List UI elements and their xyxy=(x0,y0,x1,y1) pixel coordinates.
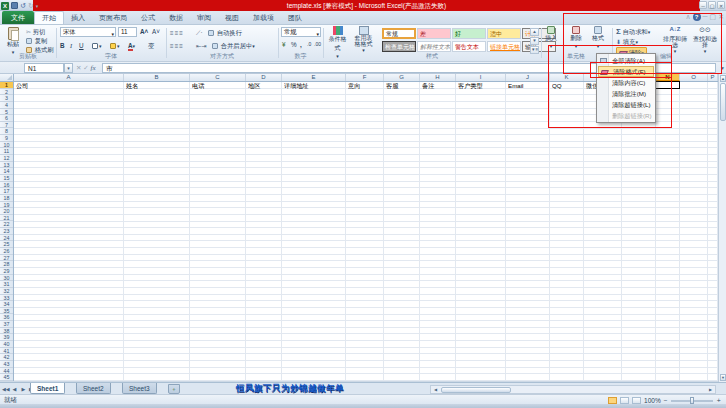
row-header-33[interactable]: 33 xyxy=(0,295,13,302)
cell-K1[interactable]: QQ xyxy=(552,83,583,89)
column-header-C[interactable]: C xyxy=(190,74,246,81)
column-header-P[interactable]: P xyxy=(708,74,718,81)
column-header-N[interactable]: N xyxy=(656,74,680,81)
row-header-13[interactable]: 13 xyxy=(0,162,13,169)
redo-icon[interactable]: ↻ xyxy=(28,1,34,11)
row-header-16[interactable]: 16 xyxy=(0,182,13,189)
ribbon-tab-7[interactable]: 视图 xyxy=(218,12,246,24)
column-header-D[interactable]: D xyxy=(246,74,282,81)
column-header-O[interactable]: O xyxy=(680,74,708,81)
horizontal-scroll-thumb[interactable] xyxy=(441,387,511,393)
sheet-tab-Sheet3[interactable]: Sheet3 xyxy=(122,383,157,394)
number-format-combo[interactable]: 常规 ▾ xyxy=(281,27,321,37)
menu-item-3[interactable]: 清除批注(M) xyxy=(598,88,654,99)
row-header-5[interactable]: 5 xyxy=(0,109,13,116)
column-header-H[interactable]: H xyxy=(420,74,456,81)
qat-dropdown-icon[interactable]: ▾ xyxy=(36,1,39,11)
row-header-21[interactable]: 21 xyxy=(0,215,13,222)
bold-button[interactable]: B xyxy=(60,41,65,50)
row-header-27[interactable]: 27 xyxy=(0,255,13,262)
scroll-up-icon[interactable]: ▲ xyxy=(720,75,726,82)
scroll-left-icon[interactable]: ◀ xyxy=(432,387,439,393)
decrease-decimal-button[interactable]: .00 xyxy=(314,40,321,49)
scroll-right-icon[interactable]: ▶ xyxy=(707,387,714,393)
row-header-34[interactable]: 34 xyxy=(0,301,13,308)
row-header-8[interactable]: 8 xyxy=(0,128,13,135)
workbook-restore-icon[interactable]: ▢ xyxy=(710,12,717,22)
row-header-39[interactable]: 39 xyxy=(0,334,13,341)
row-header-6[interactable]: 6 xyxy=(0,115,13,122)
horizontal-align-icons[interactable]: ≡≡≡ xyxy=(170,41,184,50)
format-cells-button[interactable]: 格式▾ xyxy=(588,26,608,49)
cell-style-warn[interactable]: 警告文本 xyxy=(452,41,486,52)
shrink-font-button[interactable]: A˅ xyxy=(152,27,160,36)
row-header-7[interactable]: 7 xyxy=(0,122,13,129)
orientation-icon[interactable]: ⟋· xyxy=(196,28,203,37)
row-header-10[interactable]: 10 xyxy=(0,142,13,149)
phonetic-guide-button[interactable]: 变 xyxy=(148,41,154,50)
ribbon-tab-2[interactable]: 插入 xyxy=(64,12,92,24)
row-header-31[interactable]: 31 xyxy=(0,281,13,288)
row-header-38[interactable]: 38 xyxy=(0,328,13,335)
font-color-button[interactable]: A▾ xyxy=(128,41,135,51)
collapse-ribbon-icon[interactable]: ∧ xyxy=(685,12,690,22)
name-box-dropdown-icon[interactable]: ▾ xyxy=(64,63,73,73)
row-header-29[interactable]: 29 xyxy=(0,268,13,275)
ribbon-tab-5[interactable]: 数据 xyxy=(162,12,190,24)
row-header-28[interactable]: 28 xyxy=(0,261,13,268)
row-header-18[interactable]: 18 xyxy=(0,195,13,202)
close-button[interactable]: ✕ xyxy=(717,1,725,9)
underline-button[interactable]: U xyxy=(79,41,84,50)
sheet-tab-Sheet2[interactable]: Sheet2 xyxy=(76,383,111,394)
row-header-40[interactable]: 40 xyxy=(0,341,13,348)
font-family-combo[interactable]: 宋体 ▾ xyxy=(60,27,116,37)
row-header-30[interactable]: 30 xyxy=(0,275,13,282)
cell-C1[interactable]: 电话 xyxy=(192,83,245,89)
name-box[interactable]: N1 xyxy=(24,63,64,73)
vertical-scroll-thumb[interactable] xyxy=(720,83,726,121)
row-header-19[interactable]: 19 xyxy=(0,202,13,209)
copy-button[interactable]: 复制 xyxy=(26,36,47,45)
cell-F1[interactable]: 意向 xyxy=(348,83,383,89)
cell-E1[interactable]: 详细地址 xyxy=(284,83,345,89)
cell-style-expl[interactable]: 解释性文本 xyxy=(417,41,451,52)
normal-view-button[interactable] xyxy=(608,397,617,404)
page-break-view-button[interactable] xyxy=(632,397,641,404)
row-header-42[interactable]: 42 xyxy=(0,354,13,361)
cell-style-normal[interactable]: 常规 xyxy=(382,28,416,39)
cell-style-good[interactable]: 好 xyxy=(452,28,486,39)
ribbon-tab-4[interactable]: 公式 xyxy=(134,12,162,24)
page-layout-view-button[interactable] xyxy=(620,397,629,404)
column-header-E[interactable]: E xyxy=(282,74,346,81)
column-header-A[interactable]: A xyxy=(14,74,124,81)
fill-color-button[interactable]: ▾ xyxy=(110,41,120,51)
cell-G1[interactable]: 客服 xyxy=(386,83,419,89)
row-header-25[interactable]: 25 xyxy=(0,241,13,248)
format-as-table-button[interactable]: 套用表格格式▾ xyxy=(352,26,375,53)
gallery-scroll[interactable]: ▲ ▼ ▼≡ xyxy=(530,28,539,54)
vertical-align-icons[interactable]: ≡≡≡ xyxy=(170,28,184,37)
cell-A1[interactable]: 公司 xyxy=(16,83,123,89)
paste-button[interactable]: 粘贴 ▾ xyxy=(2,26,24,54)
row-header-17[interactable]: 17 xyxy=(0,188,13,195)
zoom-out-icon[interactable]: − xyxy=(664,397,668,404)
font-size-combo[interactable]: 11 xyxy=(118,27,137,37)
sort-filter-button[interactable]: A↓Z 排序和筛选▾ xyxy=(662,26,688,54)
cell-D1[interactable]: 地区 xyxy=(248,83,281,89)
workbook-minimize-icon[interactable]: ─ xyxy=(703,12,708,22)
delete-cells-button[interactable]: 删除▾ xyxy=(566,26,586,49)
menu-item-2[interactable]: 清除内容(C) xyxy=(598,77,654,88)
column-header-K[interactable]: K xyxy=(550,74,584,81)
vertical-scrollbar[interactable]: ▲ ▼ xyxy=(718,74,726,382)
help-icon[interactable]: ? xyxy=(693,13,701,21)
zoom-slider-knob[interactable] xyxy=(690,397,694,404)
cell-H1[interactable]: 备注 xyxy=(422,83,455,89)
grow-font-button[interactable]: A˄ xyxy=(140,27,148,36)
formula-bar-expand-icon[interactable]: ▼ xyxy=(720,65,725,71)
menu-item-0[interactable]: 全部清除(A) xyxy=(598,55,654,66)
autosum-button[interactable]: Σ 自动求和▾ xyxy=(616,27,650,37)
sheet-grid[interactable] xyxy=(14,82,718,381)
column-header-B[interactable]: B xyxy=(124,74,190,81)
borders-button[interactable]: ▾ xyxy=(92,41,102,51)
insert-function-icon[interactable]: fx xyxy=(91,64,96,72)
